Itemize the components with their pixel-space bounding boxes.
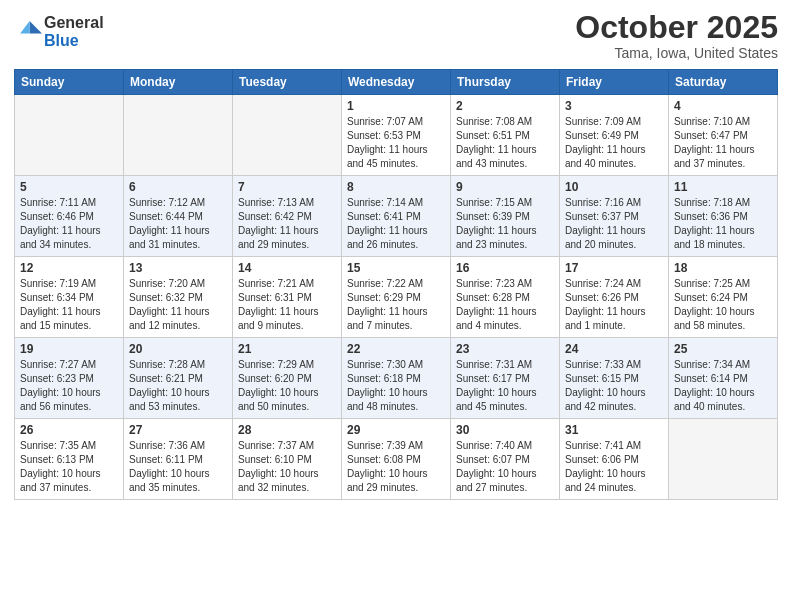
weekday-header-tuesday: Tuesday [233, 70, 342, 95]
day-number: 19 [20, 342, 118, 356]
calendar-day: 7Sunrise: 7:13 AM Sunset: 6:42 PM Daylig… [233, 176, 342, 257]
day-number: 2 [456, 99, 554, 113]
day-number: 24 [565, 342, 663, 356]
day-info: Sunrise: 7:31 AM Sunset: 6:17 PM Dayligh… [456, 358, 554, 414]
day-info: Sunrise: 7:30 AM Sunset: 6:18 PM Dayligh… [347, 358, 445, 414]
day-number: 28 [238, 423, 336, 437]
day-number: 22 [347, 342, 445, 356]
logo-blue: Blue [44, 32, 104, 50]
day-info: Sunrise: 7:23 AM Sunset: 6:28 PM Dayligh… [456, 277, 554, 333]
calendar-day: 21Sunrise: 7:29 AM Sunset: 6:20 PM Dayli… [233, 338, 342, 419]
calendar-day: 11Sunrise: 7:18 AM Sunset: 6:36 PM Dayli… [669, 176, 778, 257]
calendar-week-row: 19Sunrise: 7:27 AM Sunset: 6:23 PM Dayli… [15, 338, 778, 419]
page-container: General Blue October 2025 Tama, Iowa, Un… [0, 0, 792, 612]
day-number: 5 [20, 180, 118, 194]
day-number: 11 [674, 180, 772, 194]
weekday-header-saturday: Saturday [669, 70, 778, 95]
weekday-header-sunday: Sunday [15, 70, 124, 95]
day-number: 16 [456, 261, 554, 275]
calendar-day: 5Sunrise: 7:11 AM Sunset: 6:46 PM Daylig… [15, 176, 124, 257]
logo: General Blue [14, 14, 104, 49]
day-info: Sunrise: 7:11 AM Sunset: 6:46 PM Dayligh… [20, 196, 118, 252]
day-info: Sunrise: 7:20 AM Sunset: 6:32 PM Dayligh… [129, 277, 227, 333]
day-number: 13 [129, 261, 227, 275]
day-info: Sunrise: 7:24 AM Sunset: 6:26 PM Dayligh… [565, 277, 663, 333]
calendar-day: 6Sunrise: 7:12 AM Sunset: 6:44 PM Daylig… [124, 176, 233, 257]
calendar-day: 27Sunrise: 7:36 AM Sunset: 6:11 PM Dayli… [124, 419, 233, 500]
calendar-day: 22Sunrise: 7:30 AM Sunset: 6:18 PM Dayli… [342, 338, 451, 419]
day-info: Sunrise: 7:10 AM Sunset: 6:47 PM Dayligh… [674, 115, 772, 171]
day-info: Sunrise: 7:07 AM Sunset: 6:53 PM Dayligh… [347, 115, 445, 171]
calendar-day: 24Sunrise: 7:33 AM Sunset: 6:15 PM Dayli… [560, 338, 669, 419]
day-number: 27 [129, 423, 227, 437]
calendar-day: 31Sunrise: 7:41 AM Sunset: 6:06 PM Dayli… [560, 419, 669, 500]
day-number: 6 [129, 180, 227, 194]
calendar-day: 8Sunrise: 7:14 AM Sunset: 6:41 PM Daylig… [342, 176, 451, 257]
day-number: 29 [347, 423, 445, 437]
day-number: 25 [674, 342, 772, 356]
calendar-day: 18Sunrise: 7:25 AM Sunset: 6:24 PM Dayli… [669, 257, 778, 338]
day-info: Sunrise: 7:40 AM Sunset: 6:07 PM Dayligh… [456, 439, 554, 495]
day-info: Sunrise: 7:29 AM Sunset: 6:20 PM Dayligh… [238, 358, 336, 414]
day-info: Sunrise: 7:25 AM Sunset: 6:24 PM Dayligh… [674, 277, 772, 333]
day-info: Sunrise: 7:08 AM Sunset: 6:51 PM Dayligh… [456, 115, 554, 171]
calendar-day: 15Sunrise: 7:22 AM Sunset: 6:29 PM Dayli… [342, 257, 451, 338]
svg-marker-0 [30, 21, 42, 33]
calendar-day: 26Sunrise: 7:35 AM Sunset: 6:13 PM Dayli… [15, 419, 124, 500]
logo-text: General Blue [44, 14, 104, 49]
day-info: Sunrise: 7:09 AM Sunset: 6:49 PM Dayligh… [565, 115, 663, 171]
calendar-day: 10Sunrise: 7:16 AM Sunset: 6:37 PM Dayli… [560, 176, 669, 257]
day-info: Sunrise: 7:21 AM Sunset: 6:31 PM Dayligh… [238, 277, 336, 333]
day-info: Sunrise: 7:16 AM Sunset: 6:37 PM Dayligh… [565, 196, 663, 252]
page-header: General Blue October 2025 Tama, Iowa, Un… [14, 10, 778, 61]
calendar-day: 1Sunrise: 7:07 AM Sunset: 6:53 PM Daylig… [342, 95, 451, 176]
day-info: Sunrise: 7:14 AM Sunset: 6:41 PM Dayligh… [347, 196, 445, 252]
calendar-day: 30Sunrise: 7:40 AM Sunset: 6:07 PM Dayli… [451, 419, 560, 500]
day-number: 7 [238, 180, 336, 194]
day-info: Sunrise: 7:39 AM Sunset: 6:08 PM Dayligh… [347, 439, 445, 495]
calendar-day: 9Sunrise: 7:15 AM Sunset: 6:39 PM Daylig… [451, 176, 560, 257]
calendar-header: SundayMondayTuesdayWednesdayThursdayFrid… [15, 70, 778, 95]
day-number: 10 [565, 180, 663, 194]
calendar-table: SundayMondayTuesdayWednesdayThursdayFrid… [14, 69, 778, 500]
day-number: 30 [456, 423, 554, 437]
svg-marker-1 [20, 21, 29, 33]
calendar-day: 25Sunrise: 7:34 AM Sunset: 6:14 PM Dayli… [669, 338, 778, 419]
day-info: Sunrise: 7:15 AM Sunset: 6:39 PM Dayligh… [456, 196, 554, 252]
calendar-day: 19Sunrise: 7:27 AM Sunset: 6:23 PM Dayli… [15, 338, 124, 419]
weekday-row: SundayMondayTuesdayWednesdayThursdayFrid… [15, 70, 778, 95]
weekday-header-wednesday: Wednesday [342, 70, 451, 95]
day-info: Sunrise: 7:12 AM Sunset: 6:44 PM Dayligh… [129, 196, 227, 252]
title-block: October 2025 Tama, Iowa, United States [575, 10, 778, 61]
calendar-day [233, 95, 342, 176]
day-info: Sunrise: 7:13 AM Sunset: 6:42 PM Dayligh… [238, 196, 336, 252]
day-number: 3 [565, 99, 663, 113]
day-number: 1 [347, 99, 445, 113]
day-info: Sunrise: 7:18 AM Sunset: 6:36 PM Dayligh… [674, 196, 772, 252]
calendar-day: 3Sunrise: 7:09 AM Sunset: 6:49 PM Daylig… [560, 95, 669, 176]
day-number: 17 [565, 261, 663, 275]
day-number: 18 [674, 261, 772, 275]
weekday-header-friday: Friday [560, 70, 669, 95]
calendar-day: 4Sunrise: 7:10 AM Sunset: 6:47 PM Daylig… [669, 95, 778, 176]
day-number: 4 [674, 99, 772, 113]
calendar-title: October 2025 [575, 10, 778, 45]
day-info: Sunrise: 7:37 AM Sunset: 6:10 PM Dayligh… [238, 439, 336, 495]
day-number: 31 [565, 423, 663, 437]
day-info: Sunrise: 7:19 AM Sunset: 6:34 PM Dayligh… [20, 277, 118, 333]
calendar-day: 29Sunrise: 7:39 AM Sunset: 6:08 PM Dayli… [342, 419, 451, 500]
calendar-day: 23Sunrise: 7:31 AM Sunset: 6:17 PM Dayli… [451, 338, 560, 419]
calendar-day [15, 95, 124, 176]
calendar-week-row: 26Sunrise: 7:35 AM Sunset: 6:13 PM Dayli… [15, 419, 778, 500]
calendar-day: 20Sunrise: 7:28 AM Sunset: 6:21 PM Dayli… [124, 338, 233, 419]
day-number: 23 [456, 342, 554, 356]
calendar-day [669, 419, 778, 500]
day-info: Sunrise: 7:35 AM Sunset: 6:13 PM Dayligh… [20, 439, 118, 495]
calendar-week-row: 5Sunrise: 7:11 AM Sunset: 6:46 PM Daylig… [15, 176, 778, 257]
calendar-day: 13Sunrise: 7:20 AM Sunset: 6:32 PM Dayli… [124, 257, 233, 338]
calendar-day: 16Sunrise: 7:23 AM Sunset: 6:28 PM Dayli… [451, 257, 560, 338]
calendar-subtitle: Tama, Iowa, United States [575, 45, 778, 61]
calendar-day [124, 95, 233, 176]
day-number: 14 [238, 261, 336, 275]
calendar-day: 17Sunrise: 7:24 AM Sunset: 6:26 PM Dayli… [560, 257, 669, 338]
